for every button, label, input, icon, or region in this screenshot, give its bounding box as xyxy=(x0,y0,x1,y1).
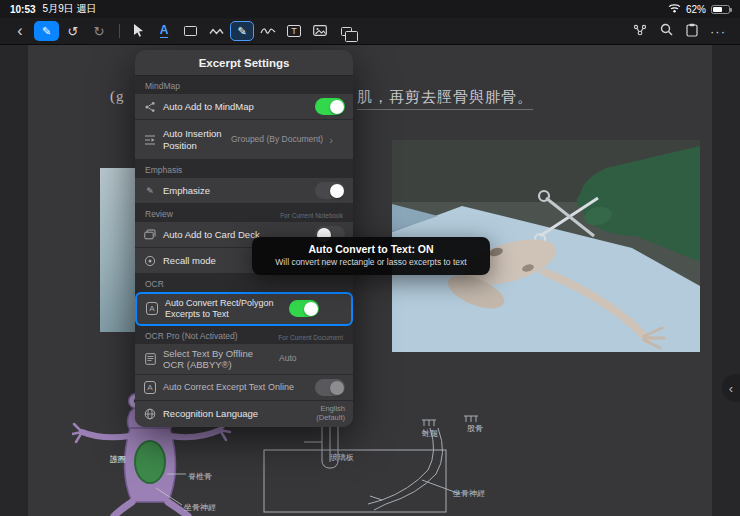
row-auto-correct-online[interactable]: A Auto Correct Excerpt Text Online xyxy=(135,375,353,401)
pen-tool-button[interactable]: ✎ xyxy=(34,21,59,41)
section-mindmap: MindMap xyxy=(135,76,353,94)
auto-correct-a-glyph: A xyxy=(144,381,156,394)
row-label: Auto Correct Excerpt Text Online xyxy=(163,382,309,393)
toolbar-divider xyxy=(119,24,120,38)
recall-mode-icon xyxy=(143,254,157,268)
image-tool-button[interactable] xyxy=(308,21,332,41)
apparatus-diagram xyxy=(260,412,565,516)
language-globe-icon xyxy=(143,407,157,421)
insertion-position-value: Grouped (By Document) xyxy=(231,135,323,145)
redo-icon: ↻ xyxy=(94,24,105,39)
clipboard-icon xyxy=(686,23,698,40)
auto-correct-toggle[interactable] xyxy=(315,379,345,396)
share-group-icon xyxy=(633,24,647,39)
text-frame-glyph: T xyxy=(291,26,297,36)
edge-tab-arrow-icon: ‹ xyxy=(729,381,733,396)
date: 5月9日 週日 xyxy=(43,2,97,16)
back-button[interactable]: ‹ xyxy=(8,21,32,41)
row-auto-convert-excerpts-to-text[interactable]: A Auto Convert Rect/Polygon Excerpts to … xyxy=(135,292,353,326)
section-review-hint: For Current Notebook xyxy=(280,212,343,219)
apparatus-label-sciatic: 坐骨神經 xyxy=(453,488,485,499)
frames-icon xyxy=(341,27,352,36)
chevron-right-icon: › xyxy=(329,134,333,146)
section-ocr-pro: OCR Pro (Not Activated) For Current Docu… xyxy=(135,326,353,344)
row-label: Emphasize xyxy=(163,185,309,196)
section-ocr-pro-label: OCR Pro (Not Activated) xyxy=(145,331,238,341)
section-mindmap-label: MindMap xyxy=(145,81,180,91)
excerpt-settings-tool-button[interactable]: ✎ xyxy=(230,21,254,41)
search-icon xyxy=(660,23,673,39)
offline-ocr-value: Auto xyxy=(279,354,297,364)
recognition-language-value: English (Default) xyxy=(303,405,345,422)
row-auto-add-to-mindmap[interactable]: Auto Add to MindMap xyxy=(135,94,353,120)
row-label: Auto Add to MindMap xyxy=(163,101,309,112)
row-label: Recognition Language xyxy=(163,408,297,419)
auto-convert-toggle[interactable] xyxy=(289,300,319,317)
share-group-button[interactable] xyxy=(628,21,652,41)
mindmap-icon xyxy=(143,100,157,114)
section-review-label: Review xyxy=(145,209,173,219)
more-icon: ··· xyxy=(710,24,726,39)
search-button[interactable] xyxy=(654,21,678,41)
toast-body: Will convert new rectangle or lasso exce… xyxy=(262,257,480,268)
battery-percent: 62% xyxy=(686,4,706,15)
excerpt-icon: ✎ xyxy=(237,25,246,38)
wave-tool-button[interactable] xyxy=(204,21,228,41)
row-emphasize[interactable]: ✎ Emphasize xyxy=(135,178,353,204)
section-ocr: OCR xyxy=(135,274,353,292)
signature-tool-button[interactable] xyxy=(256,21,280,41)
pen-icon: ✎ xyxy=(42,25,51,38)
toolbar: ‹ ✎ ↺ ↻ A ✎ T ··· xyxy=(0,18,740,45)
row-label: Auto Convert Rect/Polygon Excerpts to Te… xyxy=(165,298,283,320)
status-bar: 10:53 5月9日 週日 62% xyxy=(0,0,740,18)
apparatus-label-femur: 股骨 xyxy=(467,423,483,434)
text-frame-tool-button[interactable]: T xyxy=(282,21,306,41)
row-auto-insertion-position[interactable]: Auto Insertion Position Grouped (By Docu… xyxy=(135,120,353,160)
back-icon: ‹ xyxy=(17,22,22,40)
popover-title: Excerpt Settings xyxy=(135,50,353,76)
row-label: Auto Insertion Position xyxy=(163,128,225,151)
clock: 10:53 xyxy=(10,4,36,15)
frog-label-ring: 護圈 xyxy=(110,454,126,465)
card-deck-icon xyxy=(143,228,157,242)
section-emphasis-label: Emphasis xyxy=(145,165,182,175)
wifi-icon xyxy=(668,3,681,15)
text-highlight-icon: A xyxy=(160,24,169,38)
apparatus-label-leg: 蛙腿 xyxy=(422,428,438,439)
row-recognition-language[interactable]: Recognition Language English (Default) xyxy=(135,401,353,426)
sidebar-pull-tab[interactable]: ‹ xyxy=(722,374,740,402)
row-select-text-offline-ocr[interactable]: Select Text By Offline OCR (ABBYY®) Auto xyxy=(135,344,353,376)
signature-icon xyxy=(260,24,276,39)
text-highlight-tool-button[interactable]: A xyxy=(152,21,176,41)
frog-label-sciatic: 坐骨神經 xyxy=(184,502,216,513)
pointer-tool-button[interactable] xyxy=(126,21,150,41)
app-screen: 10:53 5月9日 週日 62% ‹ ✎ ↺ ↻ A ✎ T xyxy=(0,0,740,516)
wave-icon xyxy=(209,24,224,39)
redo-button[interactable]: ↻ xyxy=(87,21,111,41)
more-button[interactable]: ··· xyxy=(706,21,730,41)
apparatus-label-glass: 玻璃板 xyxy=(330,452,354,463)
rect-select-icon xyxy=(184,26,197,36)
section-ocr-pro-hint: For Current Document xyxy=(278,334,343,341)
insertion-position-icon xyxy=(143,133,157,147)
section-review: Review For Current Notebook xyxy=(135,204,353,222)
undo-button[interactable]: ↺ xyxy=(61,21,85,41)
section-ocr-label: OCR xyxy=(145,279,164,289)
document-text-before: (g xyxy=(110,88,125,105)
ocr-a-icon: A xyxy=(145,302,159,316)
auto-add-mindmap-toggle[interactable] xyxy=(315,98,345,115)
section-emphasis: Emphasis xyxy=(135,160,353,178)
frames-tool-button[interactable] xyxy=(334,21,358,41)
clipboard-button[interactable] xyxy=(680,21,704,41)
toast-title: Auto Convert to Text: ON xyxy=(262,243,480,255)
image-icon xyxy=(313,24,327,39)
emphasize-icon: ✎ xyxy=(143,184,157,198)
emphasize-toggle[interactable] xyxy=(315,182,345,199)
text-frame-icon: T xyxy=(287,25,301,37)
frog-label-spine: 脊椎骨 xyxy=(188,471,212,482)
left-figure-partial xyxy=(100,168,138,332)
undo-icon: ↺ xyxy=(68,24,79,39)
auto-convert-toast: Auto Convert to Text: ON Will convert ne… xyxy=(252,237,490,275)
ocr-a-glyph: A xyxy=(146,302,158,315)
rect-select-tool-button[interactable] xyxy=(178,21,202,41)
